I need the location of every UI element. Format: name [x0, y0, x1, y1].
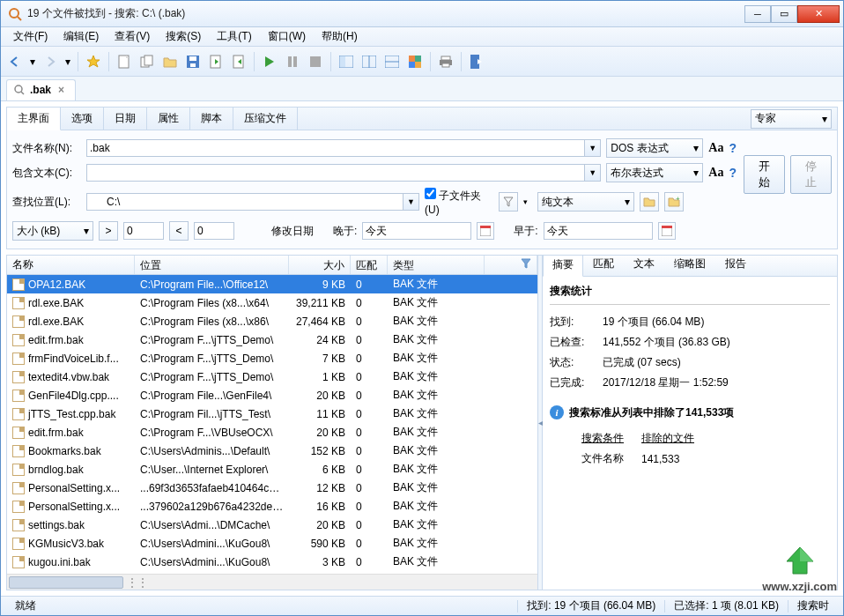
earlier-label: 早于:	[514, 224, 537, 239]
search-tab[interactable]: .bak ×	[6, 79, 76, 100]
table-row[interactable]: brndlog.bakC:\User...\Internet Explorer\…	[7, 460, 537, 479]
calendar-icon-1[interactable]	[477, 222, 494, 240]
filename-expr-select[interactable]: DOS 表达式▾	[606, 138, 703, 158]
close-button[interactable]: ✕	[797, 5, 840, 23]
size-unit-select[interactable]: 大小 (kB)▾	[12, 221, 93, 241]
table-row[interactable]: kugou.ini.bakC:\Users\Admini...\KuGou8\3…	[7, 553, 537, 571]
table-row[interactable]: textedit4.vbw.bakC:\Program F...\jTTS_De…	[7, 367, 537, 386]
table-row[interactable]: edit.frm.bakC:\Program F...\jTTS_Demo\24…	[7, 330, 537, 349]
open-button[interactable]	[159, 51, 181, 72]
lookin-input[interactable]	[86, 193, 403, 211]
file-icon	[12, 556, 25, 568]
calendar-icon-2[interactable]	[658, 222, 676, 240]
help-icon-2[interactable]: ?	[729, 166, 737, 180]
maximize-button[interactable]: ▭	[771, 5, 797, 23]
table-row[interactable]: jTTS_Test.cpp.bakC:\Program Fil...\jTTS_…	[7, 404, 537, 423]
gt-input[interactable]	[123, 222, 164, 240]
add-folder-button[interactable]: +	[664, 192, 684, 212]
contains-dropdown[interactable]: ▼	[585, 164, 601, 182]
export-button[interactable]	[205, 51, 226, 72]
table-row[interactable]: Bookmarks.bakC:\Users\Adminis...\Default…	[7, 442, 537, 460]
rtab-report[interactable]: 报告	[715, 256, 756, 276]
earlier-input[interactable]	[544, 222, 653, 240]
tab-archive[interactable]: 压缩文件	[233, 108, 298, 130]
rtab-summary[interactable]: 摘要	[543, 256, 583, 277]
col-size[interactable]: 大小	[289, 256, 351, 274]
lt-button[interactable]: <	[169, 221, 189, 241]
menu-search[interactable]: 搜索(S)	[159, 27, 208, 46]
tab-date[interactable]: 日期	[104, 108, 147, 130]
tab-options[interactable]: 选项	[61, 108, 104, 130]
menu-edit[interactable]: 编辑(E)	[56, 27, 106, 46]
table-row[interactable]: OPA12.BAKC:\Program File...\Office12\9 K…	[7, 275, 537, 293]
back-dropdown[interactable]: ▾	[27, 51, 38, 72]
table-row[interactable]: settings.bakC:\Users\Admi...\DMCache\20 …	[7, 516, 537, 534]
rtab-thumbs[interactable]: 缩略图	[664, 256, 715, 276]
back-button[interactable]	[4, 51, 26, 72]
table-row[interactable]: PersonalSetting.x......69f3d3653fafaeb41…	[7, 479, 537, 497]
status-searchtime: 搜索时	[788, 598, 838, 613]
layout2-button[interactable]	[359, 51, 380, 72]
rtab-match[interactable]: 匹配	[583, 256, 624, 276]
subfolders-checkbox[interactable]: 子文件夹(U)	[425, 188, 493, 216]
save-button[interactable]	[182, 51, 204, 72]
tab-script[interactable]: 脚本	[190, 108, 233, 130]
later-input[interactable]	[362, 222, 471, 240]
forward-button[interactable]	[40, 51, 61, 72]
layout3-button[interactable]	[381, 51, 403, 72]
tab-main[interactable]: 主界面	[7, 108, 61, 130]
stop-button[interactable]	[305, 51, 326, 72]
minimize-button[interactable]: ─	[744, 5, 771, 23]
table-row[interactable]: PersonalSetting.x......379602a129b676a42…	[7, 497, 537, 516]
color-button[interactable]	[404, 51, 426, 72]
svg-rect-31	[480, 226, 491, 228]
table-row[interactable]: edit.frm.bakC:\Program F...\VBUseOCX\20 …	[7, 423, 537, 442]
menu-tools[interactable]: 工具(T)	[210, 27, 258, 46]
horizontal-scrollbar[interactable]: ⋮⋮	[7, 574, 537, 590]
col-loc[interactable]: 位置	[135, 256, 289, 274]
import-button[interactable]	[228, 51, 249, 72]
col-name[interactable]: 名称	[7, 256, 135, 274]
menu-window[interactable]: 窗口(W)	[261, 27, 313, 46]
browse-folder-button[interactable]	[640, 192, 659, 212]
col-type[interactable]: 类型	[388, 256, 485, 274]
filter-dropdown[interactable]: ▾	[523, 197, 532, 206]
col-match[interactable]: 匹配	[351, 256, 388, 274]
menu-file[interactable]: 文件(F)	[6, 27, 55, 46]
print-button[interactable]	[435, 51, 456, 72]
gt-button[interactable]: >	[99, 221, 118, 241]
help-icon-1[interactable]: ?	[729, 141, 737, 155]
column-filter-icon[interactable]	[515, 256, 537, 274]
texttype-select[interactable]: 纯文本▾	[537, 192, 634, 212]
play-button[interactable]	[259, 51, 280, 72]
table-row[interactable]: rdl.exe.BAKC:\Program Files (x8...\x64\3…	[7, 293, 537, 312]
case-toggle-2[interactable]: Aa	[708, 166, 723, 180]
tab-close[interactable]: ×	[56, 84, 66, 96]
tab-attrs[interactable]: 属性	[147, 108, 190, 130]
table-row[interactable]: frmFindVoiceLib.f...C:\Program F...\jTTS…	[7, 349, 537, 367]
lt-input[interactable]	[194, 222, 234, 240]
filename-dropdown[interactable]: ▼	[585, 139, 601, 157]
copy-button[interactable]	[137, 51, 158, 72]
filter-button[interactable]	[499, 192, 518, 212]
menu-help[interactable]: 帮助(H)	[315, 27, 365, 46]
contains-input[interactable]	[86, 164, 585, 182]
table-row[interactable]: rdl.exe.BAKC:\Program Files (x8...\x86\2…	[7, 312, 537, 330]
lookin-dropdown[interactable]: ▼	[403, 193, 419, 211]
favorite-button[interactable]	[83, 51, 104, 72]
table-row[interactable]: KGMusicV3.bakC:\Users\Admini...\KuGou8\5…	[7, 534, 537, 553]
rtab-text[interactable]: 文本	[624, 256, 664, 276]
forward-dropdown[interactable]: ▾	[63, 51, 73, 72]
filename-input[interactable]	[86, 139, 585, 157]
new-button[interactable]	[114, 51, 135, 72]
pause-button[interactable]	[282, 51, 303, 72]
layout1-button[interactable]	[336, 51, 357, 72]
table-row[interactable]: GenFile4Dlg.cpp....C:\Program File...\Ge…	[7, 386, 537, 404]
contains-expr-select[interactable]: 布尔表达式▾	[606, 163, 703, 182]
menu-view[interactable]: 查看(V)	[107, 27, 157, 46]
exit-button[interactable]	[466, 51, 487, 72]
case-toggle-1[interactable]: Aa	[708, 141, 723, 155]
start-button[interactable]: 开始	[744, 155, 785, 194]
mode-select[interactable]: 专家▾	[751, 109, 832, 129]
stop-button[interactable]: 停止	[790, 155, 832, 194]
